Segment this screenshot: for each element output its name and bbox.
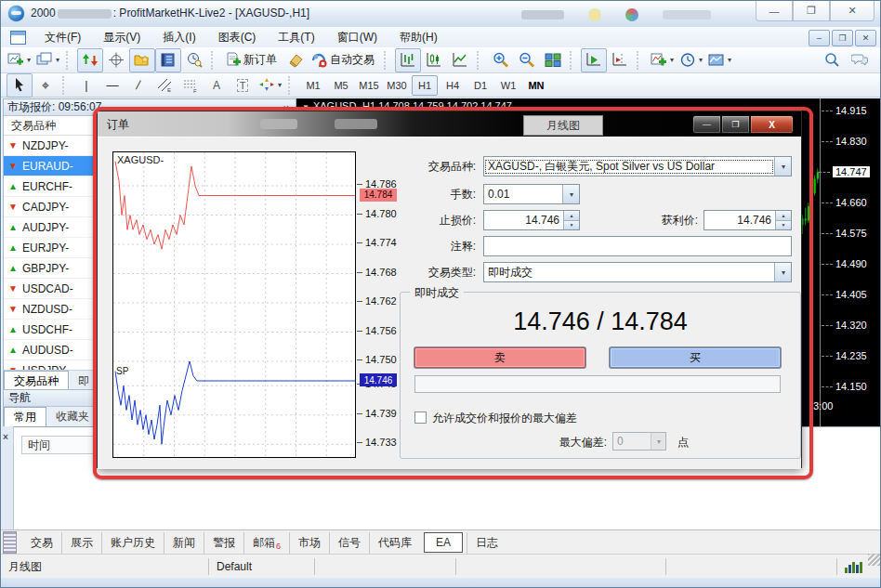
dialog-maximize-button[interactable]: ❐ xyxy=(721,115,750,134)
chart-restore-button[interactable]: ❐ xyxy=(832,30,853,46)
bottom-tab-邮箱[interactable]: 邮箱6 xyxy=(243,532,289,554)
timeframe-m1[interactable]: M1 xyxy=(300,75,326,96)
chart-minimize-button[interactable]: – xyxy=(809,30,830,46)
spinner-buttons[interactable]: ▲▼ xyxy=(775,211,791,229)
crosshair-tool-button[interactable]: ⌖ xyxy=(33,73,59,98)
vertical-line-button[interactable]: | xyxy=(73,73,99,98)
bottom-tab-账户历史[interactable]: 账户历史 xyxy=(101,532,164,554)
chart-shift-button[interactable] xyxy=(607,48,633,72)
menu-item-1[interactable]: 显示(V) xyxy=(92,28,151,47)
community-button[interactable] xyxy=(847,48,873,72)
take-profit-label: 获利价: xyxy=(650,213,698,229)
tab-交易品种[interactable]: 交易品种 xyxy=(4,371,69,391)
dialog-minimize-button[interactable]: — xyxy=(692,115,721,134)
timeframe-mn[interactable]: MN xyxy=(523,75,549,96)
take-profit-input[interactable]: 14.746 ▲▼ xyxy=(703,210,792,230)
sell-button[interactable]: 卖 xyxy=(414,347,585,368)
bottom-tab-新闻[interactable]: 新闻 xyxy=(164,532,204,554)
time-column-header[interactable]: 时间 xyxy=(21,436,98,454)
navigator-button[interactable] xyxy=(129,48,155,72)
volume-select[interactable]: 0.01 ▾ xyxy=(483,184,580,204)
window-minimize-button[interactable]: — xyxy=(756,1,793,21)
templates-button[interactable]: ▾ xyxy=(705,48,734,72)
nav-tab-收藏夹[interactable]: 收藏夹 xyxy=(46,407,99,426)
auto-trading-button[interactable]: 自动交易 xyxy=(309,48,380,72)
spinner-buttons[interactable]: ▲▼ xyxy=(563,211,579,229)
comment-input[interactable] xyxy=(483,236,792,256)
order-dialog-body: XAGUSD- SP 14.78614.78014.77414.76814.76… xyxy=(98,137,801,469)
order-type-select[interactable]: 即时成交 ▾ xyxy=(483,262,792,282)
text-label-button[interactable]: T xyxy=(230,73,256,98)
strategy-tester-button[interactable] xyxy=(181,48,207,72)
status-cell xyxy=(666,558,837,575)
symbol-name: EURJPY- xyxy=(22,242,69,255)
tab-即[interactable]: 即 xyxy=(69,371,99,391)
candlestick-button[interactable] xyxy=(421,48,447,72)
new-chart-button[interactable]: ▾ xyxy=(5,48,33,72)
timeframe-m15[interactable]: M15 xyxy=(356,75,382,96)
buy-button[interactable]: 买 xyxy=(610,347,781,368)
status-profile[interactable]: Default xyxy=(209,558,315,575)
history-center-button[interactable] xyxy=(283,48,309,72)
periods-button[interactable]: ▾ xyxy=(677,48,705,72)
deviation-checkbox[interactable] xyxy=(414,412,427,424)
dropdown-button[interactable]: ▾ xyxy=(774,157,791,176)
window-maximize-button[interactable]: ❐ xyxy=(793,1,830,21)
window-close-button[interactable]: ✕ xyxy=(830,1,874,21)
trendline-button[interactable]: / xyxy=(125,73,151,98)
terminal-close-icon[interactable]: × xyxy=(3,432,8,442)
bottom-tab-市场[interactable]: 市场 xyxy=(289,532,329,554)
dialog-close-button[interactable]: X xyxy=(750,115,794,134)
timeframe-h4[interactable]: H4 xyxy=(440,75,466,96)
menu-item-3[interactable]: 图表(C) xyxy=(207,28,268,47)
auto-scroll-button[interactable] xyxy=(581,48,607,72)
chart-close-button[interactable]: ✕ xyxy=(855,30,876,46)
bar-chart-button[interactable] xyxy=(395,48,421,72)
horizontal-line-button[interactable]: — xyxy=(99,73,125,98)
nav-tab-常用[interactable]: 常用 xyxy=(4,407,46,426)
zoom-in-button[interactable] xyxy=(488,48,514,72)
timeframe-d1[interactable]: D1 xyxy=(467,75,493,96)
bottom-tab-代码库[interactable]: 代码库 xyxy=(369,532,420,554)
bottom-tab-信号[interactable]: 信号 xyxy=(329,532,369,554)
terminal-button[interactable] xyxy=(155,48,181,72)
bottom-tab-交易[interactable]: 交易 xyxy=(22,532,61,554)
menu-item-2[interactable]: 插入(I) xyxy=(151,28,206,47)
dropdown-button[interactable]: ▾ xyxy=(562,185,579,203)
cursor-tool-button[interactable] xyxy=(7,73,33,98)
profiles-button[interactable]: ▾ xyxy=(33,48,62,72)
menu-item-5[interactable]: 窗口(W) xyxy=(326,28,388,47)
chart-document-icon[interactable] xyxy=(10,31,26,45)
dropdown-button[interactable]: ▾ xyxy=(774,263,791,281)
timeframe-m30[interactable]: M30 xyxy=(384,75,410,96)
resize-grip[interactable] xyxy=(868,554,880,566)
bottom-tab-日志[interactable]: 日志 xyxy=(467,532,506,554)
timeframe-m5[interactable]: M5 xyxy=(328,75,354,96)
stop-loss-input[interactable]: 14.746 ▲▼ xyxy=(483,210,580,230)
max-deviation-select[interactable]: 0 ▾ xyxy=(612,432,666,451)
menu-item-4[interactable]: 工具(T) xyxy=(267,28,325,47)
bottom-tab-警报[interactable]: 警报 xyxy=(204,532,243,554)
up-arrow-icon: ▲ xyxy=(4,222,22,232)
new-order-button[interactable]: 新订单 xyxy=(222,48,283,72)
panel-grip-icon[interactable] xyxy=(3,531,17,554)
symbol-select[interactable]: XAGUSD-, 白银美元, Spot Silver vs US Dollar … xyxy=(483,156,792,176)
search-button[interactable] xyxy=(819,48,845,72)
zoom-out-button[interactable] xyxy=(514,48,540,72)
market-watch-button[interactable] xyxy=(77,48,103,72)
tile-windows-button[interactable] xyxy=(540,48,566,72)
menu-item-6[interactable]: 帮助(H) xyxy=(388,28,449,47)
data-window-button[interactable] xyxy=(103,48,129,72)
channel-button[interactable]: E xyxy=(151,73,178,98)
line-chart-button[interactable] xyxy=(447,48,473,72)
timeframe-w1[interactable]: W1 xyxy=(495,75,521,96)
timeframe-h1[interactable]: H1 xyxy=(412,75,438,96)
menu-item-0[interactable]: 文件(F) xyxy=(33,28,92,47)
indicators-button[interactable]: ▾ xyxy=(648,48,677,72)
fibonacci-button[interactable]: F xyxy=(178,73,204,98)
bottom-tab-展示[interactable]: 展示 xyxy=(61,532,101,554)
order-dialog-titlebar[interactable]: 订单 — ❐ X xyxy=(98,111,801,137)
bottom-tab-EA[interactable]: EA xyxy=(424,532,463,553)
text-tool-button[interactable]: A xyxy=(204,73,230,98)
arrows-tool-button[interactable]: ▾ xyxy=(256,73,284,98)
